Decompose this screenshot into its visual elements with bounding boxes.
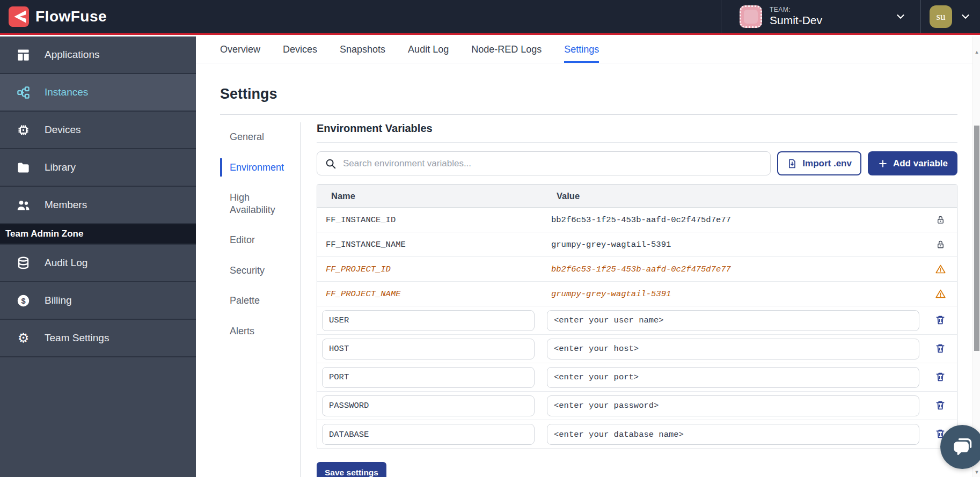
sidebar-item-label: Members <box>45 199 87 211</box>
import-env-button[interactable]: Import .env <box>777 151 861 175</box>
env-name: FF_INSTANCE_NAME <box>317 240 543 249</box>
chevron-down-icon <box>895 11 906 23</box>
team-label: TEAM: <box>770 6 822 14</box>
search-icon <box>325 158 337 170</box>
instances-flow-icon <box>16 85 31 100</box>
sidebar-item-audit-log[interactable]: Audit Log <box>0 245 196 282</box>
settings-nav-editor[interactable]: Editor <box>220 231 295 249</box>
env-value: bb2f6c53-1f25-453b-aafd-0c2f475d7e77 <box>543 215 924 225</box>
folder-icon <box>16 160 31 175</box>
save-settings-button[interactable]: Save settings <box>317 462 386 477</box>
warning-icon <box>924 263 957 275</box>
page-title: Settings <box>220 86 957 102</box>
tab-node-red-logs[interactable]: Node-RED Logs <box>471 36 542 63</box>
env-row-password <box>317 392 957 420</box>
add-variable-button[interactable]: Add variable <box>868 151 957 175</box>
section-title: Environment Variables <box>317 122 957 143</box>
env-name-input[interactable] <box>322 339 535 359</box>
env-toolbar: Import .env Add variable <box>317 151 957 175</box>
scrollbar-up-arrow-icon[interactable]: ▲ <box>973 49 980 55</box>
team-name: Sumit-Dev <box>770 14 822 27</box>
settings-nav-palette[interactable]: Palette <box>220 291 295 310</box>
tab-settings[interactable]: Settings <box>564 36 599 63</box>
environment-panel: Environment Variables Import .env Add va… <box>317 122 957 477</box>
gear-icon: ⚙ <box>16 331 31 346</box>
env-name-input[interactable] <box>322 367 535 388</box>
tab-devices[interactable]: Devices <box>283 36 317 63</box>
sidebar-item-applications[interactable]: Applications <box>0 36 196 74</box>
sidebar-item-label: Team Settings <box>45 332 109 344</box>
flowfuse-app: FlowFuse TEAM: Sumit-Dev su Applications… <box>0 0 980 477</box>
lock-icon <box>924 239 957 249</box>
env-value: grumpy-grey-wagtail-5391 <box>543 240 924 249</box>
lock-icon <box>924 215 957 225</box>
env-value-input[interactable] <box>547 395 919 416</box>
sidebar-admin-nav: Audit Log$Billing⚙Team Settings <box>0 245 196 357</box>
brand: FlowFuse <box>0 6 107 27</box>
add-variable-label: Add variable <box>893 158 948 169</box>
sidebar-item-library[interactable]: Library <box>0 149 196 187</box>
dollar-icon: $ <box>16 293 31 308</box>
page-scrollbar[interactable]: ▲ ▼ <box>972 36 980 477</box>
column-header-value: Value <box>543 191 924 201</box>
env-value-input[interactable] <box>547 424 919 445</box>
env-row-ff-project-name: FF_PROJECT_NAMEgrumpy-grey-wagtail-5391 <box>317 282 957 306</box>
warning-icon <box>924 288 957 299</box>
env-row-user <box>317 306 957 335</box>
svg-text:$: $ <box>21 296 25 305</box>
settings-nav-security[interactable]: Security <box>220 261 295 280</box>
env-name: FF_INSTANCE_ID <box>317 215 543 225</box>
sidebar-item-label: Instances <box>45 86 88 98</box>
team-admin-zone-banner: Team Admin Zone <box>0 224 196 245</box>
sidebar-item-label: Applications <box>45 49 99 61</box>
scrollbar-down-arrow-icon[interactable]: ▼ <box>973 469 980 475</box>
tab-audit-log[interactable]: Audit Log <box>408 36 449 63</box>
sidebar-item-team-settings[interactable]: ⚙Team Settings <box>0 320 196 357</box>
env-name-input[interactable] <box>322 395 535 416</box>
env-row-ff-instance-id: FF_INSTANCE_IDbb2f6c53-1f25-453b-aafd-0c… <box>317 208 957 232</box>
settings-nav-environment[interactable]: Environment <box>220 158 295 177</box>
env-name: FF_PROJECT_ID <box>317 265 543 274</box>
search-input[interactable] <box>343 158 770 169</box>
env-name-input[interactable] <box>322 424 535 445</box>
user-menu[interactable]: su <box>920 0 980 33</box>
env-value-input[interactable] <box>547 339 919 359</box>
settings-nav-alerts[interactable]: Alerts <box>220 322 295 341</box>
chat-widget-button[interactable] <box>940 425 980 469</box>
flowfuse-logo-icon <box>9 6 29 27</box>
delete-variable-button[interactable] <box>933 399 947 413</box>
file-download-icon <box>787 158 798 169</box>
team-selector[interactable]: TEAM: Sumit-Dev <box>721 0 920 33</box>
sidebar-item-members[interactable]: Members <box>0 187 196 224</box>
database-icon <box>16 256 31 270</box>
settings-page: Settings GeneralEnvironmentHigh Availabi… <box>196 63 972 477</box>
scrollbar-thumb[interactable] <box>974 126 979 351</box>
settings-nav-high-availability[interactable]: High Availability <box>220 188 295 219</box>
tab-snapshots[interactable]: Snapshots <box>340 36 385 63</box>
chip-icon <box>16 123 31 137</box>
settings-nav-general[interactable]: General <box>220 128 295 146</box>
brand-name: FlowFuse <box>35 8 107 25</box>
table-header-row: Name Value <box>317 185 957 208</box>
readonly-rows: FF_INSTANCE_IDbb2f6c53-1f25-453b-aafd-0c… <box>317 208 957 306</box>
sidebar-main-nav: ApplicationsInstancesDevicesLibraryMembe… <box>0 36 196 224</box>
env-value-input[interactable] <box>547 310 919 331</box>
tab-overview[interactable]: Overview <box>220 36 260 63</box>
title-divider <box>220 114 957 115</box>
env-variables-table: Name Value FF_INSTANCE_IDbb2f6c53-1f25-4… <box>317 184 957 449</box>
search-box <box>317 151 771 175</box>
sidebar-item-label: Audit Log <box>45 257 87 269</box>
env-row-port <box>317 363 957 392</box>
sidebar-item-label: Billing <box>45 295 72 306</box>
delete-variable-button[interactable] <box>933 370 947 384</box>
delete-variable-button[interactable] <box>933 342 947 356</box>
sidebar-item-devices[interactable]: Devices <box>0 112 196 149</box>
import-env-label: Import .env <box>802 158 852 169</box>
sidebar-item-billing[interactable]: $Billing <box>0 282 196 320</box>
plus-icon <box>877 158 888 169</box>
column-header-name: Name <box>317 191 543 201</box>
sidebar-item-instances[interactable]: Instances <box>0 74 196 112</box>
delete-variable-button[interactable] <box>933 313 947 327</box>
env-name-input[interactable] <box>322 310 535 331</box>
env-value-input[interactable] <box>547 367 919 388</box>
